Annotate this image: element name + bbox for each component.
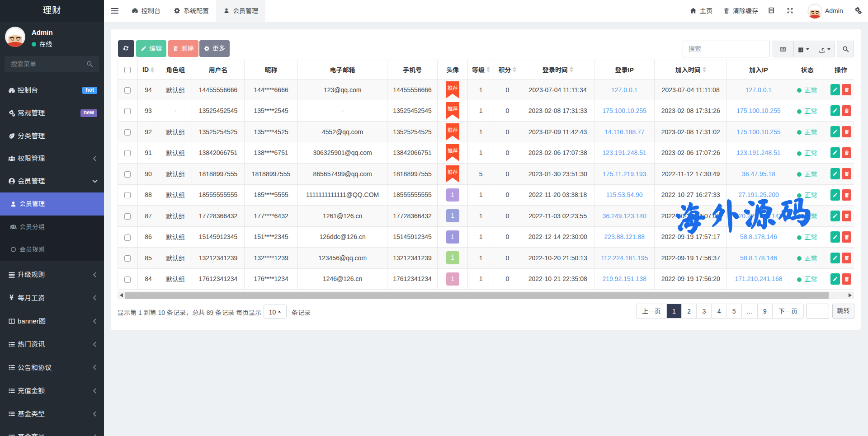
svg-text:推荐: 推荐 bbox=[448, 84, 458, 91]
svg-text:推荐: 推荐 bbox=[448, 168, 458, 175]
svg-text:推荐: 推荐 bbox=[448, 105, 458, 112]
svg-text:推荐: 推荐 bbox=[448, 126, 458, 133]
svg-text:推荐: 推荐 bbox=[448, 147, 458, 154]
